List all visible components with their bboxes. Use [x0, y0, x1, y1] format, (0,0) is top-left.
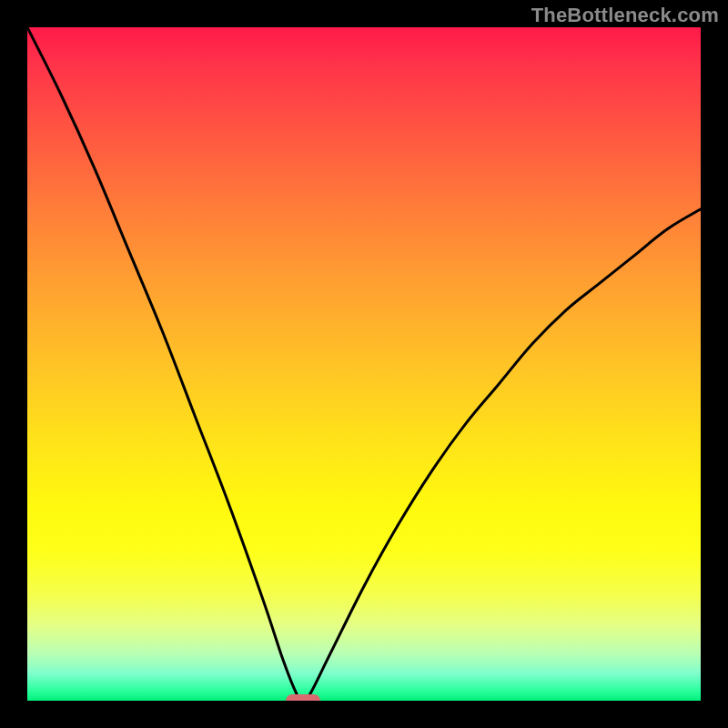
- chart-frame: TheBottleneck.com: [0, 0, 728, 728]
- optimal-marker: [286, 694, 320, 701]
- bottleneck-curve: [27, 27, 701, 701]
- watermark-text: TheBottleneck.com: [531, 4, 719, 27]
- plot-area: [27, 27, 701, 701]
